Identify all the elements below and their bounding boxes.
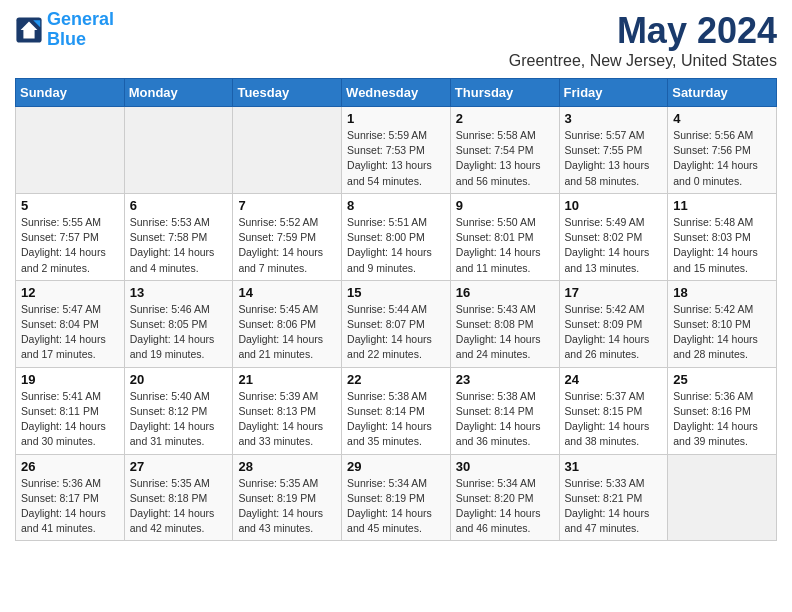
day-info: Sunrise: 5:37 AM Sunset: 8:15 PM Dayligh… xyxy=(565,389,663,450)
title-area: May 2024 Greentree, New Jersey, United S… xyxy=(509,10,777,70)
day-info: Sunrise: 5:38 AM Sunset: 8:14 PM Dayligh… xyxy=(456,389,554,450)
calendar-cell: 9Sunrise: 5:50 AM Sunset: 8:01 PM Daylig… xyxy=(450,193,559,280)
logo-text: General Blue xyxy=(47,10,114,50)
day-number: 14 xyxy=(238,285,336,300)
page-header: General Blue May 2024 Greentree, New Jer… xyxy=(15,10,777,70)
day-number: 7 xyxy=(238,198,336,213)
calendar-cell: 22Sunrise: 5:38 AM Sunset: 8:14 PM Dayli… xyxy=(342,367,451,454)
day-info: Sunrise: 5:35 AM Sunset: 8:18 PM Dayligh… xyxy=(130,476,228,537)
day-number: 5 xyxy=(21,198,119,213)
calendar-cell: 20Sunrise: 5:40 AM Sunset: 8:12 PM Dayli… xyxy=(124,367,233,454)
day-info: Sunrise: 5:34 AM Sunset: 8:19 PM Dayligh… xyxy=(347,476,445,537)
calendar-cell: 30Sunrise: 5:34 AM Sunset: 8:20 PM Dayli… xyxy=(450,454,559,541)
calendar-cell: 8Sunrise: 5:51 AM Sunset: 8:00 PM Daylig… xyxy=(342,193,451,280)
day-info: Sunrise: 5:49 AM Sunset: 8:02 PM Dayligh… xyxy=(565,215,663,276)
calendar-week-row: 12Sunrise: 5:47 AM Sunset: 8:04 PM Dayli… xyxy=(16,280,777,367)
day-info: Sunrise: 5:48 AM Sunset: 8:03 PM Dayligh… xyxy=(673,215,771,276)
day-number: 1 xyxy=(347,111,445,126)
calendar-cell: 28Sunrise: 5:35 AM Sunset: 8:19 PM Dayli… xyxy=(233,454,342,541)
day-info: Sunrise: 5:46 AM Sunset: 8:05 PM Dayligh… xyxy=(130,302,228,363)
calendar-cell: 3Sunrise: 5:57 AM Sunset: 7:55 PM Daylig… xyxy=(559,107,668,194)
calendar-title: May 2024 xyxy=(509,10,777,52)
day-info: Sunrise: 5:39 AM Sunset: 8:13 PM Dayligh… xyxy=(238,389,336,450)
weekday-header: Saturday xyxy=(668,79,777,107)
calendar-cell xyxy=(16,107,125,194)
day-number: 21 xyxy=(238,372,336,387)
day-number: 13 xyxy=(130,285,228,300)
day-number: 24 xyxy=(565,372,663,387)
calendar-cell: 13Sunrise: 5:46 AM Sunset: 8:05 PM Dayli… xyxy=(124,280,233,367)
calendar-cell: 11Sunrise: 5:48 AM Sunset: 8:03 PM Dayli… xyxy=(668,193,777,280)
calendar-cell: 6Sunrise: 5:53 AM Sunset: 7:58 PM Daylig… xyxy=(124,193,233,280)
day-number: 20 xyxy=(130,372,228,387)
calendar-body: 1Sunrise: 5:59 AM Sunset: 7:53 PM Daylig… xyxy=(16,107,777,541)
calendar-week-row: 1Sunrise: 5:59 AM Sunset: 7:53 PM Daylig… xyxy=(16,107,777,194)
day-number: 19 xyxy=(21,372,119,387)
day-number: 10 xyxy=(565,198,663,213)
day-info: Sunrise: 5:33 AM Sunset: 8:21 PM Dayligh… xyxy=(565,476,663,537)
calendar-cell: 12Sunrise: 5:47 AM Sunset: 8:04 PM Dayli… xyxy=(16,280,125,367)
calendar-cell: 17Sunrise: 5:42 AM Sunset: 8:09 PM Dayli… xyxy=(559,280,668,367)
weekday-header: Monday xyxy=(124,79,233,107)
day-number: 30 xyxy=(456,459,554,474)
logo-icon xyxy=(15,16,43,44)
day-number: 31 xyxy=(565,459,663,474)
day-number: 22 xyxy=(347,372,445,387)
day-info: Sunrise: 5:43 AM Sunset: 8:08 PM Dayligh… xyxy=(456,302,554,363)
calendar-subtitle: Greentree, New Jersey, United States xyxy=(509,52,777,70)
day-number: 27 xyxy=(130,459,228,474)
calendar-cell: 10Sunrise: 5:49 AM Sunset: 8:02 PM Dayli… xyxy=(559,193,668,280)
day-info: Sunrise: 5:57 AM Sunset: 7:55 PM Dayligh… xyxy=(565,128,663,189)
day-info: Sunrise: 5:42 AM Sunset: 8:09 PM Dayligh… xyxy=(565,302,663,363)
day-info: Sunrise: 5:50 AM Sunset: 8:01 PM Dayligh… xyxy=(456,215,554,276)
day-number: 12 xyxy=(21,285,119,300)
day-info: Sunrise: 5:52 AM Sunset: 7:59 PM Dayligh… xyxy=(238,215,336,276)
calendar-week-row: 19Sunrise: 5:41 AM Sunset: 8:11 PM Dayli… xyxy=(16,367,777,454)
day-number: 9 xyxy=(456,198,554,213)
day-info: Sunrise: 5:41 AM Sunset: 8:11 PM Dayligh… xyxy=(21,389,119,450)
calendar-cell: 31Sunrise: 5:33 AM Sunset: 8:21 PM Dayli… xyxy=(559,454,668,541)
day-info: Sunrise: 5:34 AM Sunset: 8:20 PM Dayligh… xyxy=(456,476,554,537)
day-number: 23 xyxy=(456,372,554,387)
calendar-cell: 24Sunrise: 5:37 AM Sunset: 8:15 PM Dayli… xyxy=(559,367,668,454)
calendar-cell xyxy=(668,454,777,541)
day-info: Sunrise: 5:42 AM Sunset: 8:10 PM Dayligh… xyxy=(673,302,771,363)
day-number: 3 xyxy=(565,111,663,126)
calendar-cell: 14Sunrise: 5:45 AM Sunset: 8:06 PM Dayli… xyxy=(233,280,342,367)
calendar-cell: 21Sunrise: 5:39 AM Sunset: 8:13 PM Dayli… xyxy=(233,367,342,454)
day-info: Sunrise: 5:40 AM Sunset: 8:12 PM Dayligh… xyxy=(130,389,228,450)
day-number: 18 xyxy=(673,285,771,300)
day-number: 26 xyxy=(21,459,119,474)
day-info: Sunrise: 5:47 AM Sunset: 8:04 PM Dayligh… xyxy=(21,302,119,363)
calendar-cell: 29Sunrise: 5:34 AM Sunset: 8:19 PM Dayli… xyxy=(342,454,451,541)
day-info: Sunrise: 5:35 AM Sunset: 8:19 PM Dayligh… xyxy=(238,476,336,537)
weekday-header: Friday xyxy=(559,79,668,107)
day-number: 17 xyxy=(565,285,663,300)
day-number: 15 xyxy=(347,285,445,300)
weekday-header: Tuesday xyxy=(233,79,342,107)
day-number: 28 xyxy=(238,459,336,474)
day-number: 6 xyxy=(130,198,228,213)
day-number: 16 xyxy=(456,285,554,300)
calendar-cell: 23Sunrise: 5:38 AM Sunset: 8:14 PM Dayli… xyxy=(450,367,559,454)
header-row: SundayMondayTuesdayWednesdayThursdayFrid… xyxy=(16,79,777,107)
calendar-cell: 26Sunrise: 5:36 AM Sunset: 8:17 PM Dayli… xyxy=(16,454,125,541)
calendar-cell: 15Sunrise: 5:44 AM Sunset: 8:07 PM Dayli… xyxy=(342,280,451,367)
day-info: Sunrise: 5:59 AM Sunset: 7:53 PM Dayligh… xyxy=(347,128,445,189)
weekday-header: Thursday xyxy=(450,79,559,107)
day-info: Sunrise: 5:51 AM Sunset: 8:00 PM Dayligh… xyxy=(347,215,445,276)
weekday-header: Sunday xyxy=(16,79,125,107)
day-info: Sunrise: 5:44 AM Sunset: 8:07 PM Dayligh… xyxy=(347,302,445,363)
weekday-header: Wednesday xyxy=(342,79,451,107)
day-info: Sunrise: 5:38 AM Sunset: 8:14 PM Dayligh… xyxy=(347,389,445,450)
calendar-cell: 5Sunrise: 5:55 AM Sunset: 7:57 PM Daylig… xyxy=(16,193,125,280)
day-info: Sunrise: 5:55 AM Sunset: 7:57 PM Dayligh… xyxy=(21,215,119,276)
calendar-table: SundayMondayTuesdayWednesdayThursdayFrid… xyxy=(15,78,777,541)
day-number: 2 xyxy=(456,111,554,126)
calendar-cell: 25Sunrise: 5:36 AM Sunset: 8:16 PM Dayli… xyxy=(668,367,777,454)
calendar-cell: 2Sunrise: 5:58 AM Sunset: 7:54 PM Daylig… xyxy=(450,107,559,194)
day-info: Sunrise: 5:36 AM Sunset: 8:16 PM Dayligh… xyxy=(673,389,771,450)
calendar-cell: 7Sunrise: 5:52 AM Sunset: 7:59 PM Daylig… xyxy=(233,193,342,280)
day-number: 4 xyxy=(673,111,771,126)
day-number: 8 xyxy=(347,198,445,213)
